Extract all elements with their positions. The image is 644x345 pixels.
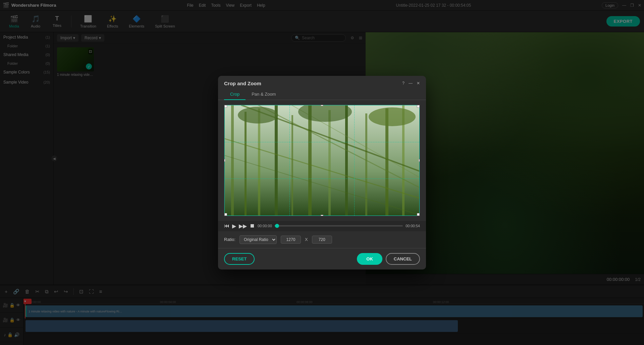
cancel-button[interactable]: CANCEL [386, 253, 420, 265]
handle-corner-tl[interactable] [224, 105, 227, 108]
grid-line-h2 [225, 179, 419, 179]
stop-button[interactable]: ⏹ [250, 223, 255, 229]
modal-ratio: Ratio: Original Ratio 16:9 4:3 1:1 9:16 … [218, 231, 426, 248]
modal-action-buttons: OK CANCEL [357, 253, 420, 265]
prev-frame-button[interactable]: ⏮ [224, 223, 229, 229]
play-button[interactable]: ▶ [232, 223, 236, 229]
tab-crop[interactable]: Crop [224, 89, 246, 100]
handle-side-bottom[interactable] [321, 215, 323, 216]
playback-end-time: 00:00:54 [406, 224, 420, 228]
handle-corner-tr[interactable] [417, 105, 420, 108]
modal-minimize-icon[interactable]: — [409, 81, 413, 86]
time-progress-bar[interactable] [275, 225, 403, 227]
handle-side-right[interactable] [419, 159, 420, 162]
modal-tabs: Crop Pan & Zoom [218, 86, 426, 100]
handle-corner-br[interactable] [417, 213, 420, 216]
height-input[interactable] [312, 236, 332, 244]
modal-help-icon[interactable]: ? [402, 81, 405, 86]
modal-preview [224, 105, 420, 216]
reset-button[interactable]: RESET [224, 253, 255, 265]
modal-footer: RESET OK CANCEL [218, 248, 426, 269]
modal-header: Crop and Zoom ? — ✕ [218, 76, 426, 86]
modal-overlay: Crop and Zoom ? — ✕ Crop Pan & Zoom [0, 0, 644, 345]
width-input[interactable] [281, 236, 301, 244]
ok-button[interactable]: OK [357, 253, 382, 265]
next-frame-button[interactable]: ▶▶ [239, 223, 247, 229]
tab-pan-zoom[interactable]: Pan & Zoom [246, 89, 282, 100]
grid-line-h1 [225, 142, 419, 142]
crop-border [224, 105, 420, 216]
modal-playbar: ⏮ ▶ ▶▶ ⏹ 00:00:00 00:00:54 [218, 221, 426, 231]
handle-corner-bl[interactable] [224, 213, 227, 216]
time-progress-dot [275, 224, 279, 228]
modal-preview-forest [224, 105, 420, 216]
modal-actions: ? — ✕ [402, 81, 420, 86]
modal-close-icon[interactable]: ✕ [417, 81, 420, 86]
crop-modal: Crop and Zoom ? — ✕ Crop Pan & Zoom [218, 76, 426, 269]
handle-side-left[interactable] [224, 159, 225, 162]
playback-start-time: 00:00:00 [258, 224, 272, 228]
ratio-select[interactable]: Original Ratio 16:9 4:3 1:1 9:16 [239, 235, 277, 244]
grid-line-v2 [354, 105, 355, 215]
handle-side-top[interactable] [321, 105, 323, 106]
modal-title: Crop and Zoom [224, 81, 261, 86]
grid-line-v1 [289, 105, 290, 215]
ratio-label: Ratio: [224, 237, 235, 242]
ratio-x-separator: X [305, 237, 308, 242]
